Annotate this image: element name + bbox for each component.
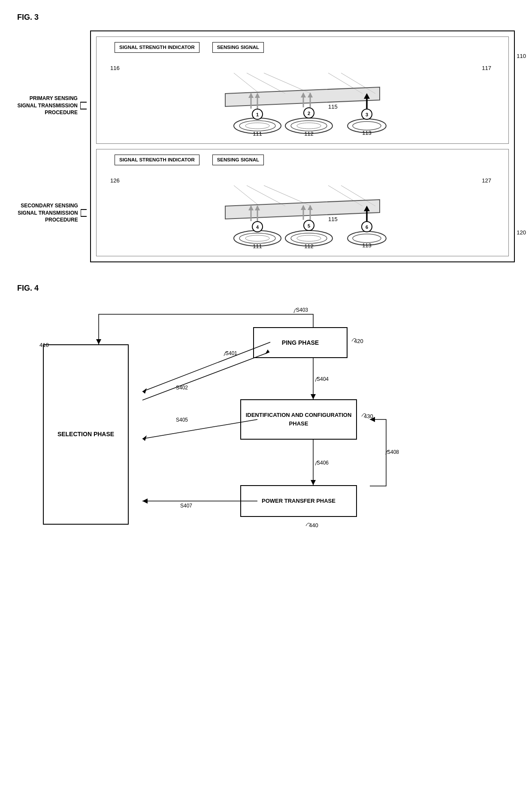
id-config-phase-box: IDENTIFICATION AND CONFIGURATION PHASE: [240, 399, 357, 440]
svg-point-14: [297, 123, 321, 129]
svg-marker-73: [142, 388, 147, 394]
ping-phase-box: PING PHASE: [253, 327, 348, 358]
svg-text:6: 6: [366, 225, 368, 230]
svg-line-37: [247, 185, 285, 206]
ref-110: 110: [517, 53, 526, 59]
ping-phase-label: PING PHASE: [282, 339, 319, 346]
svg-text:111: 111: [253, 131, 262, 137]
ref-120: 120: [517, 229, 526, 236]
ref-410: 410: [39, 342, 49, 348]
svg-point-50: [353, 234, 381, 243]
svg-text:1: 1: [256, 112, 259, 117]
ref-127: 127: [482, 177, 491, 184]
svg-text:113: 113: [362, 130, 372, 136]
ref-117: 117: [482, 65, 491, 71]
svg-point-44: [239, 233, 275, 243]
power-transfer-box: POWER TRANSFER PHASE: [240, 485, 357, 517]
primary-procedure-label: PRIMARY SENSING SIGNAL TRANSMISSION PROC…: [17, 95, 78, 116]
secondary-procedure-label: SECONDARY SENSING SIGNAL TRANSMISSION PR…: [17, 202, 78, 224]
svg-text:S405: S405: [176, 417, 188, 423]
svg-text:115: 115: [328, 216, 338, 222]
svg-text:112: 112: [304, 131, 314, 137]
svg-line-72: [142, 342, 270, 392]
id-config-label: IDENTIFICATION AND CONFIGURATION PHASE: [241, 411, 356, 428]
svg-text:4: 4: [256, 225, 259, 230]
svg-point-13: [291, 121, 327, 131]
svg-text:S408: S408: [387, 449, 399, 455]
top-panel-diagram: 115 1: [102, 55, 503, 137]
selection-phase-box: SELECTION PHASE: [43, 344, 129, 525]
svg-line-2: [234, 73, 260, 94]
ref-126: 126: [110, 177, 120, 184]
svg-marker-90: [142, 498, 148, 504]
svg-marker-82: [142, 435, 147, 441]
svg-text:115: 115: [328, 103, 338, 110]
svg-marker-70: [96, 339, 101, 344]
svg-text:113: 113: [362, 242, 372, 249]
power-transfer-label: POWER TRANSFER PHASE: [262, 498, 336, 504]
ssi-label-top: SIGNAL STRENGTH INDICATOR: [115, 42, 200, 53]
ref-420: 420: [354, 338, 363, 344]
svg-marker-79: [311, 394, 316, 399]
primary-arrow-icon: [80, 100, 87, 112]
ref-440: 440: [309, 522, 318, 529]
svg-point-47: [291, 233, 327, 243]
secondary-arrow-icon: [81, 207, 87, 219]
ref-116: 116: [110, 65, 120, 71]
svg-text:S404: S404: [317, 376, 329, 382]
ref-430: 430: [364, 413, 373, 419]
fig4-label: FIG. 4: [17, 284, 515, 293]
svg-line-3: [247, 73, 285, 94]
sensing-signal-label-bottom: SENSING SIGNAL: [212, 155, 264, 165]
svg-text:5: 5: [308, 223, 310, 228]
svg-line-36: [234, 185, 260, 206]
sensing-signal-label-top: SENSING SIGNAL: [212, 42, 264, 53]
fig3-label: FIG. 3: [17, 13, 515, 22]
svg-marker-0: [80, 100, 87, 111]
svg-text:2: 2: [308, 111, 310, 116]
svg-point-48: [297, 235, 321, 241]
svg-text:S401: S401: [225, 350, 237, 356]
svg-point-11: [245, 123, 269, 129]
svg-marker-1: [81, 207, 87, 219]
svg-text:112: 112: [304, 243, 314, 249]
bottom-panel-diagram: 115 4 5: [102, 167, 503, 249]
svg-text:S402: S402: [176, 385, 188, 391]
svg-point-10: [239, 121, 275, 131]
svg-marker-85: [311, 480, 316, 485]
svg-text:S403: S403: [296, 307, 308, 313]
svg-point-16: [353, 122, 381, 130]
svg-text:3: 3: [366, 112, 368, 117]
svg-text:S407: S407: [180, 503, 192, 509]
ssi-label-bottom: SIGNAL STRENGTH INDICATOR: [115, 155, 200, 165]
svg-line-75: [142, 352, 269, 400]
svg-text:S406: S406: [317, 460, 329, 466]
selection-phase-label: SELECTION PHASE: [57, 430, 114, 439]
svg-point-45: [245, 235, 269, 241]
svg-text:111: 111: [253, 243, 262, 249]
